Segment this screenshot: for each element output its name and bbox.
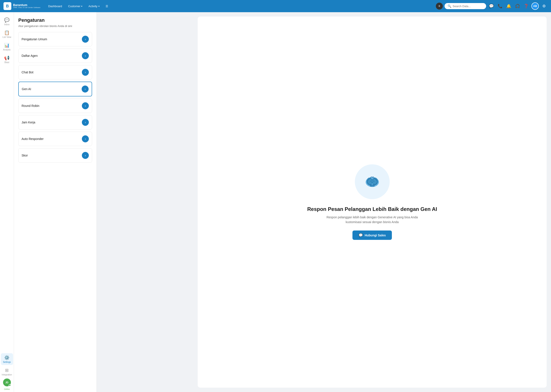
settings-label-auto-responder: Auto Responder	[21, 137, 43, 141]
brand-sub: CRM, Chat, & Call Center Software	[13, 7, 40, 9]
settings-title: Pengaturan	[18, 17, 92, 23]
settings-label-skor: Skor	[21, 154, 28, 157]
sidebar-label-settings: Settings	[3, 361, 11, 363]
nav-dashboard[interactable]: Dashboard	[45, 3, 65, 9]
inbox-icon: 💬	[4, 17, 10, 23]
nav-links: Dashboard Customer ▾ Activity ▾ ☰	[45, 3, 431, 9]
listview-icon: 📋	[4, 30, 10, 35]
search-icon: 🔍	[448, 4, 451, 8]
help-icon-btn[interactable]: ❓	[523, 3, 530, 10]
settings-arrow-pengaturan-umum: ›	[82, 36, 89, 43]
settings-label-gen-ai: Gen AI	[22, 87, 31, 91]
settings-label-pengaturan-umum: Pengaturan Umum	[21, 37, 47, 41]
content-card: Respon Pesan Pelanggan Lebih Baik dengan…	[198, 17, 547, 388]
sidebar-item-blast[interactable]: 📢 Blast	[1, 54, 13, 65]
settings-sidebar: Pengaturan Atur pengaturan obrolan bisni…	[14, 12, 97, 392]
add-button[interactable]: +	[436, 3, 443, 10]
svg-point-4	[370, 185, 372, 187]
topnav: B Barantum CRM, Chat, & Call Center Soft…	[0, 0, 551, 12]
content-title: Respon Pesan Pelanggan Lebih Baik dengan…	[307, 206, 437, 212]
sidebar-label-blast: Blast	[4, 61, 9, 63]
brain-illustration	[364, 173, 381, 190]
settings-item-gen-ai[interactable]: Gen AI ›	[18, 82, 92, 96]
settings-arrow-skor: ›	[82, 152, 89, 159]
sidebar-item-listview[interactable]: 📋 List View	[1, 28, 13, 40]
headset-icon-btn[interactable]: 🎧	[514, 3, 521, 10]
hubungi-sales-label: Hubungi Sales	[365, 234, 386, 237]
settings-arrow-chat-bot: ›	[82, 69, 89, 76]
settings-item-daftar-agen[interactable]: Daftar Agen ›	[18, 49, 92, 63]
chat-icon-btn[interactable]: 💬	[488, 3, 495, 10]
sidebar-label-inbox: Inbox	[4, 23, 9, 26]
brain-icon-wrap	[355, 164, 390, 199]
settings-item-pengaturan-umum[interactable]: Pengaturan Umum ›	[18, 32, 92, 46]
settings-arrow-round-robin: ›	[82, 102, 89, 109]
settings-subtitle: Atur pengaturan obrolan bisnis Anda di s…	[18, 24, 92, 28]
settings-arrow-jam-kerja: ›	[82, 119, 89, 126]
search-bar: 🔍	[445, 3, 486, 9]
brand-logo-wrap: B Barantum CRM, Chat, & Call Center Soft…	[3, 2, 40, 10]
settings-arrow-gen-ai: ›	[82, 85, 89, 92]
settings-item-skor[interactable]: Skor ›	[18, 148, 92, 163]
customer-chevron-icon: ▾	[81, 5, 82, 7]
layout: 💬 Inbox 📋 List View 📊 Analytic 📢 Blast ⚙…	[0, 12, 551, 392]
settings-arrow-daftar-agen: ›	[82, 52, 89, 59]
sidebar-label-integration: Integration	[2, 373, 12, 376]
settings-arrow-auto-responder: ›	[82, 135, 89, 142]
user-avatar-btn[interactable]: AB	[531, 2, 539, 10]
online-dot	[9, 384, 11, 386]
search-input[interactable]	[452, 5, 483, 8]
sidebar-item-analytic[interactable]: 📊 Analytic	[1, 41, 13, 53]
analytic-icon: 📊	[4, 43, 10, 48]
settings-label-round-robin: Round Robin	[21, 104, 39, 107]
hubungi-sales-button[interactable]: 💬 Hubungi Sales	[353, 231, 392, 240]
blast-icon: 📢	[4, 55, 10, 61]
online-label: Online	[4, 388, 10, 390]
notification-icon-btn[interactable]: 🔔	[505, 3, 512, 10]
sidebar-label-analytic: Analytic	[3, 49, 11, 51]
activity-chevron-icon: ▾	[99, 5, 99, 7]
sidebar-label-listview: List View	[3, 36, 11, 38]
sidebar-item-settings[interactable]: ⚙️ Settings	[1, 353, 13, 365]
settings-label-jam-kerja: Jam Kerja	[21, 121, 35, 124]
nav-activity[interactable]: Activity ▾	[86, 3, 102, 9]
settings-label-chat-bot: Chat Bot	[21, 70, 33, 74]
settings-gear-icon: ⚙️	[4, 355, 10, 360]
brand-logo: B	[3, 2, 11, 10]
settings-icon-btn[interactable]: ⚙	[541, 3, 548, 10]
settings-item-jam-kerja[interactable]: Jam Kerja ›	[18, 115, 92, 130]
nav-customer[interactable]: Customer ▾	[65, 3, 85, 9]
main-content: Respon Pesan Pelanggan Lebih Baik dengan…	[193, 12, 551, 392]
user-avatar-sidebar[interactable]: JD	[3, 378, 11, 386]
brand-name: Barantum	[13, 3, 40, 7]
settings-item-chat-bot[interactable]: Chat Bot ›	[18, 65, 92, 79]
phone-icon-btn[interactable]: 📞	[497, 3, 503, 10]
integration-icon: ⊞	[5, 368, 9, 373]
settings-item-auto-responder[interactable]: Auto Responder ›	[18, 132, 92, 146]
icon-sidebar: 💬 Inbox 📋 List View 📊 Analytic 📢 Blast ⚙…	[0, 12, 14, 392]
sidebar-item-inbox[interactable]: 💬 Inbox	[1, 16, 13, 28]
svg-point-5	[372, 185, 375, 187]
whatsapp-icon: 💬	[359, 233, 363, 237]
user-initials: JD	[5, 381, 8, 384]
settings-label-daftar-agen: Daftar Agen	[21, 54, 38, 57]
settings-item-round-robin[interactable]: Round Robin ›	[18, 98, 92, 113]
content-desc: Respon pelanggan lebih baik dengan Gener…	[326, 215, 418, 225]
sidebar-item-integration[interactable]: ⊞ Integration	[1, 366, 13, 378]
nav-more[interactable]: ☰	[103, 3, 111, 9]
nav-right: + 🔍 💬 📞 🔔 🎧 ❓ AB ⚙	[436, 2, 548, 10]
